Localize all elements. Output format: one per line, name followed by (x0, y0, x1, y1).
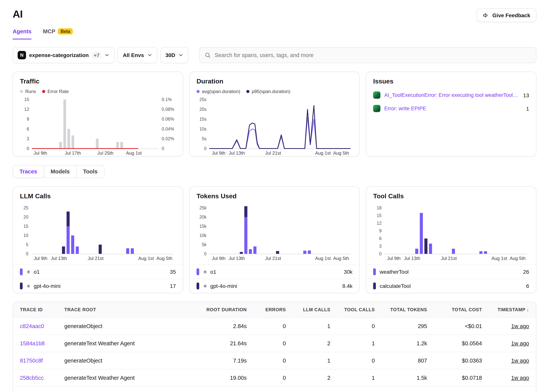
timestamp-link[interactable]: 1w ago (511, 323, 529, 329)
trace-id-link[interactable]: 90605f78 (13, 386, 57, 392)
tab-models-label: Models (50, 168, 70, 175)
series-row[interactable]: ✳o130k (190, 265, 359, 279)
trace-id-link[interactable]: 258cb5cc (13, 369, 57, 386)
column-header[interactable]: ROOT DURATION (186, 302, 254, 318)
series-row[interactable]: weatherTool26 (366, 265, 536, 279)
svg-text:20k: 20k (200, 215, 207, 220)
issues-list: AI_ToolExecutionError: Error executing t… (366, 87, 536, 119)
column-header[interactable]: TOTAL COST (434, 302, 489, 318)
metric-panels: LLM Calls 0510152025Jul 9thJul 13thJul 2… (13, 186, 536, 293)
table-cell: generateObject (57, 386, 186, 392)
table-row[interactable]: 90605f78generateObject728.00ms010263<$0.… (13, 386, 536, 392)
svg-text:Aug 5th: Aug 5th (510, 256, 526, 261)
timestamp-cell[interactable]: 2w ago (489, 386, 536, 392)
issue-link[interactable]: AI_ToolExecutionError: Error executing t… (384, 92, 519, 98)
table-cell: 1 (337, 335, 382, 352)
column-header[interactable]: TOTAL TOKENS (382, 302, 434, 318)
svg-text:0: 0 (162, 146, 164, 151)
duration-legend: avg(span.duration)p95(span.duration) (197, 89, 352, 94)
openai-icon: ✳ (203, 269, 207, 274)
svg-text:9: 9 (27, 117, 29, 122)
timestamp-cell[interactable]: 1w ago (489, 369, 536, 386)
svg-text:18: 18 (377, 205, 382, 210)
svg-text:10k: 10k (200, 233, 207, 238)
svg-text:3: 3 (27, 136, 29, 141)
tab-models[interactable]: Models (44, 165, 77, 178)
table-cell: 0 (254, 318, 293, 335)
timestamp-cell[interactable]: 1w ago (489, 318, 536, 335)
column-header[interactable]: TOOL CALLS (337, 302, 382, 318)
env-selector[interactable]: All Envs (118, 47, 157, 63)
table-cell: 21.64s (186, 335, 254, 352)
project-logo-icon: N (18, 51, 26, 59)
trace-id-link[interactable]: c824aac0 (13, 318, 57, 335)
table-row[interactable]: 1584a1b8generateText Weather Agent21.64s… (13, 335, 536, 352)
trace-id-link[interactable]: 1584a1b8 (13, 335, 57, 352)
page-header: AI Give Feedback (0, 0, 549, 22)
timestamp-link[interactable]: 1w ago (511, 375, 529, 381)
traffic-title: Traffic (20, 78, 176, 85)
give-feedback-button[interactable]: Give Feedback (477, 8, 536, 22)
legend-dot-icon (197, 90, 200, 93)
table-cell: 0 (254, 369, 293, 386)
traces-table: TRACE IDTRACE ROOTROOT DURATIONERRORSLLM… (13, 302, 536, 392)
tool-calls-chart: 0369121518Jul 9thJul 13thJul 21stAug 1st… (366, 204, 536, 261)
svg-text:Aug 5th: Aug 5th (333, 150, 349, 156)
series-name: gpt-4o-mini (210, 283, 237, 289)
table-cell: 0 (254, 352, 293, 369)
series-total: 26 (523, 269, 529, 275)
svg-text:15: 15 (24, 97, 29, 102)
tokens-used-title: Tokens Used (197, 193, 352, 200)
series-row[interactable]: ✳gpt-4o-mini8.4k (190, 279, 359, 293)
svg-text:0.04%: 0.04% (162, 126, 174, 132)
series-row[interactable]: ✳gpt-4o-mini17 (13, 279, 183, 293)
legend-item: avg(span.duration) (197, 89, 240, 94)
issue-link[interactable]: Error: write EPIPE (384, 106, 522, 112)
column-header[interactable]: TRACE ROOT (57, 302, 186, 318)
timestamp-link[interactable]: 1w ago (511, 357, 529, 364)
column-header[interactable]: TRACE ID (13, 302, 57, 318)
llm-calls-title: LLM Calls (20, 193, 176, 200)
svg-text:Aug 1st: Aug 1st (138, 256, 154, 261)
tab-tools[interactable]: Tools (76, 165, 104, 178)
series-swatch-icon (373, 282, 376, 289)
timestamp-cell[interactable]: 1w ago (489, 352, 536, 369)
traces-table-body: c824aac0generateObject2.84s010295<$0.011… (13, 318, 536, 392)
table-cell: 1 (293, 386, 337, 392)
date-range-selector[interactable]: 30D (160, 47, 188, 63)
tab-agents[interactable]: Agents (13, 28, 31, 39)
legend-dot-icon (246, 90, 250, 93)
openai-icon: ✳ (203, 283, 207, 288)
tool-calls-panel: Tool Calls 0369121518Jul 9thJul 13thJul … (366, 186, 536, 293)
column-header[interactable]: ERRORS (254, 302, 293, 318)
svg-text:Jul 9th: Jul 9th (387, 256, 401, 261)
tokens-used-legend-rows: ✳o130k✳gpt-4o-mini8.4k (190, 265, 359, 293)
series-row[interactable]: ✳o135 (13, 265, 183, 279)
table-row[interactable]: 81750c8fgenerateObject7.19s010807$0.0363… (13, 352, 536, 369)
svg-text:6: 6 (27, 126, 29, 132)
table-cell: generateObject (57, 318, 186, 335)
trace-id-link[interactable]: 81750c8f (13, 352, 57, 369)
tab-traces[interactable]: Traces (13, 165, 44, 178)
traffic-chart: 0369121500.02%0.04%0.06%0.08%0.1%Jul 9th… (13, 96, 183, 156)
legend-label: Runs (25, 89, 36, 94)
column-header[interactable]: TIMESTAMP↓ (489, 302, 536, 318)
column-header[interactable]: LLM CALLS (293, 302, 337, 318)
search-input[interactable] (215, 52, 531, 58)
table-cell: $0.0564 (434, 335, 489, 352)
project-selector[interactable]: N expense-categorization +7 (13, 47, 115, 63)
timestamp-link[interactable]: 1w ago (511, 340, 529, 346)
table-row[interactable]: c824aac0generateObject2.84s010295<$0.011… (13, 318, 536, 335)
chevron-down-icon (178, 52, 184, 58)
legend-dot-icon (42, 90, 45, 93)
filter-bar: N expense-categorization +7 All Envs 30D (13, 47, 536, 63)
main-tabs: Agents MCP Beta (0, 22, 549, 39)
svg-text:Aug 5th: Aug 5th (333, 256, 349, 261)
tab-mcp[interactable]: MCP Beta (43, 28, 73, 39)
svg-text:0: 0 (379, 251, 382, 256)
svg-text:Aug 1st: Aug 1st (315, 150, 331, 156)
table-row[interactable]: 258cb5ccgenerateText Weather Agent19.00s… (13, 369, 536, 386)
series-row[interactable]: calculateTool6 (366, 279, 536, 293)
timestamp-cell[interactable]: 1w ago (489, 335, 536, 352)
legend-dot-icon (20, 90, 23, 93)
